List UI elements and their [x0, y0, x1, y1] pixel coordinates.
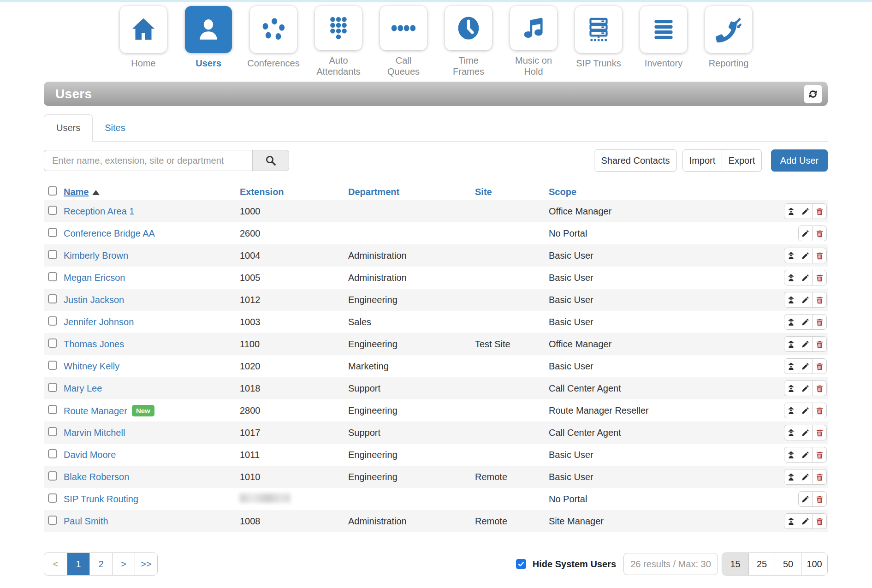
column-header-name[interactable]: Name: [64, 187, 240, 197]
pagination-next-button[interactable]: >: [112, 553, 135, 575]
nav-item-call-queues[interactable]: Call Queues: [380, 6, 427, 77]
delete-button[interactable]: [813, 248, 827, 263]
search-button[interactable]: [252, 150, 289, 171]
edit-button[interactable]: [798, 226, 813, 241]
column-header-extension[interactable]: Extension: [240, 187, 348, 197]
impersonate-button[interactable]: [784, 270, 798, 285]
page-size-100-button[interactable]: 100: [801, 553, 827, 575]
nav-item-music-on-hold[interactable]: Music on Hold: [510, 6, 558, 77]
impersonate-button[interactable]: [784, 336, 798, 352]
nav-item-sip-trunks[interactable]: SIP Trunks: [575, 6, 623, 77]
delete-button[interactable]: [813, 380, 827, 396]
delete-button[interactable]: [813, 358, 827, 374]
impersonate-button[interactable]: [784, 380, 798, 396]
user-name-link[interactable]: Kimberly Brown: [64, 250, 128, 261]
column-header-department[interactable]: Department: [348, 187, 475, 197]
edit-button[interactable]: [798, 491, 813, 507]
nav-item-reporting[interactable]: Reporting: [705, 6, 753, 77]
delete-button[interactable]: [813, 226, 827, 241]
user-name-link[interactable]: Route Manager: [64, 406, 127, 416]
export-button[interactable]: Export: [722, 149, 762, 172]
shared-contacts-button[interactable]: Shared Contacts: [594, 149, 677, 172]
delete-button[interactable]: [813, 425, 827, 440]
row-checkbox[interactable]: [48, 383, 57, 392]
edit-button[interactable]: [798, 314, 813, 330]
delete-button[interactable]: [813, 336, 827, 352]
impersonate-button[interactable]: [784, 358, 798, 374]
edit-button[interactable]: [798, 380, 813, 396]
edit-button[interactable]: [798, 513, 813, 529]
row-checkbox[interactable]: [48, 206, 57, 215]
edit-button[interactable]: [798, 469, 813, 485]
row-checkbox[interactable]: [48, 250, 57, 259]
impersonate-button[interactable]: [784, 425, 798, 440]
delete-button[interactable]: [813, 270, 827, 285]
nav-item-users[interactable]: Users: [184, 6, 232, 77]
row-checkbox[interactable]: [48, 405, 57, 414]
user-name-link[interactable]: Whitney Kelly: [64, 361, 119, 371]
edit-button[interactable]: [798, 248, 813, 263]
pagination-page-2-button[interactable]: 2: [89, 553, 112, 575]
nav-item-time-frames[interactable]: Time Frames: [445, 6, 492, 77]
tab-sites[interactable]: Sites: [93, 114, 137, 141]
user-name-link[interactable]: SIP Trunk Routing: [64, 494, 138, 504]
delete-button[interactable]: [813, 513, 827, 529]
import-button[interactable]: Import: [682, 149, 722, 172]
delete-button[interactable]: [813, 403, 827, 418]
delete-button[interactable]: [813, 292, 827, 308]
user-name-link[interactable]: Justin Jackson: [64, 295, 124, 305]
row-checkbox[interactable]: [48, 294, 57, 303]
impersonate-button[interactable]: [784, 314, 798, 330]
nav-item-inventory[interactable]: Inventory: [640, 6, 688, 77]
page-size-15-button[interactable]: 15: [722, 553, 748, 575]
user-name-link[interactable]: Conference Bridge AA: [64, 228, 155, 238]
edit-button[interactable]: [798, 425, 813, 440]
page-size-50-button[interactable]: 50: [775, 553, 801, 575]
page-size-25-button[interactable]: 25: [748, 553, 775, 575]
add-user-button[interactable]: Add User: [771, 149, 828, 172]
hide-system-users-checkbox[interactable]: [516, 559, 526, 569]
impersonate-button[interactable]: [784, 469, 798, 485]
row-checkbox[interactable]: [48, 493, 57, 503]
impersonate-button[interactable]: [784, 203, 798, 219]
row-checkbox[interactable]: [48, 471, 57, 481]
pagination-page-1-button[interactable]: 1: [67, 553, 89, 575]
user-name-link[interactable]: Blake Roberson: [64, 472, 129, 482]
edit-button[interactable]: [798, 203, 813, 219]
row-checkbox[interactable]: [48, 228, 57, 237]
impersonate-button[interactable]: [784, 403, 798, 418]
delete-button[interactable]: [813, 469, 827, 485]
nav-item-home[interactable]: Home: [119, 6, 167, 77]
edit-button[interactable]: [798, 403, 813, 418]
delete-button[interactable]: [813, 314, 827, 330]
user-name-link[interactable]: Paul Smith: [64, 516, 108, 526]
edit-button[interactable]: [798, 336, 813, 352]
delete-button[interactable]: [813, 491, 827, 507]
row-checkbox[interactable]: [48, 361, 57, 370]
user-name-link[interactable]: Jennifer Johnson: [64, 317, 134, 327]
impersonate-button[interactable]: [784, 447, 798, 463]
row-checkbox[interactable]: [48, 427, 57, 436]
delete-button[interactable]: [813, 447, 827, 463]
row-checkbox[interactable]: [48, 272, 57, 281]
row-checkbox[interactable]: [48, 449, 57, 458]
nav-item-auto-attendants[interactable]: Auto Attendants: [314, 6, 362, 77]
edit-button[interactable]: [798, 270, 813, 285]
user-name-link[interactable]: Megan Ericson: [64, 273, 125, 283]
user-name-link[interactable]: David Moore: [64, 450, 116, 460]
user-name-link[interactable]: Thomas Jones: [64, 339, 124, 349]
edit-button[interactable]: [798, 447, 813, 463]
delete-button[interactable]: [813, 203, 827, 219]
search-input[interactable]: [44, 150, 252, 171]
user-name-link[interactable]: Marvin Mitchell: [64, 428, 125, 438]
column-header-site[interactable]: Site: [475, 187, 549, 197]
row-checkbox[interactable]: [48, 516, 57, 525]
nav-item-conferences[interactable]: Conferences: [249, 6, 297, 77]
edit-button[interactable]: [798, 292, 813, 308]
tab-users[interactable]: Users: [44, 114, 93, 142]
row-checkbox[interactable]: [48, 339, 57, 348]
user-name-link[interactable]: Mary Lee: [64, 383, 102, 393]
impersonate-button[interactable]: [784, 513, 798, 529]
pagination-last-button[interactable]: >>: [135, 553, 157, 575]
impersonate-button[interactable]: [784, 248, 798, 263]
